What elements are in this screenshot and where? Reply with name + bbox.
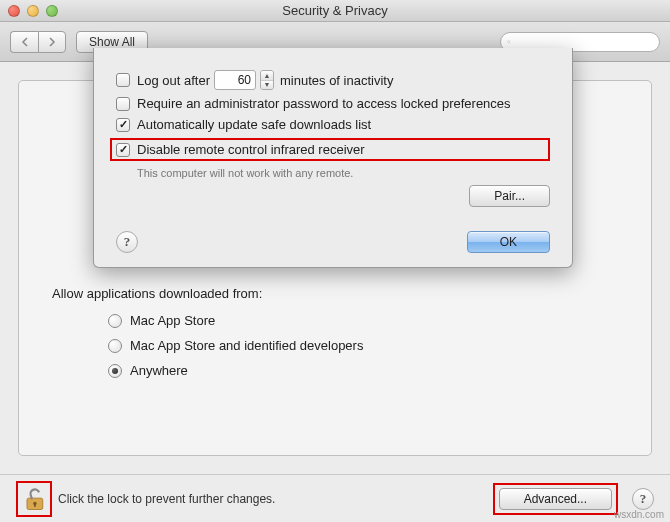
svg-point-0 bbox=[508, 40, 510, 42]
search-icon bbox=[507, 36, 511, 48]
help-button[interactable]: ? bbox=[116, 231, 138, 253]
forward-button[interactable] bbox=[38, 31, 66, 53]
back-button[interactable] bbox=[10, 31, 38, 53]
window-title: Security & Privacy bbox=[0, 3, 670, 18]
sheet-bottom: ? OK bbox=[116, 231, 550, 253]
logout-checkbox[interactable] bbox=[116, 73, 130, 87]
logout-label-suffix: minutes of inactivity bbox=[280, 73, 393, 88]
search-input[interactable] bbox=[515, 36, 653, 48]
advanced-sheet: Log out after 60 ▲▼ minutes of inactivit… bbox=[93, 48, 573, 268]
window-controls bbox=[8, 5, 58, 17]
radio-label: Mac App Store bbox=[130, 313, 215, 328]
advanced-highlight: Advanced... bbox=[493, 483, 618, 515]
pair-row: Pair... bbox=[116, 185, 550, 207]
close-window-button[interactable] bbox=[8, 5, 20, 17]
radio-label: Anywhere bbox=[130, 363, 188, 378]
auto-update-checkbox[interactable] bbox=[116, 118, 130, 132]
unlock-icon[interactable] bbox=[20, 485, 48, 513]
logout-row: Log out after 60 ▲▼ minutes of inactivit… bbox=[116, 70, 550, 90]
radio-mac-app-store[interactable]: Mac App Store bbox=[108, 313, 618, 328]
footer: Click the lock to prevent further change… bbox=[0, 474, 670, 522]
radio-anywhere[interactable]: Anywhere bbox=[108, 363, 618, 378]
disable-ir-row: Disable remote control infrared receiver bbox=[110, 138, 550, 161]
radio-button[interactable] bbox=[108, 364, 122, 378]
allow-apps-section: Allow applications downloaded from: Mac … bbox=[52, 286, 618, 388]
logout-minutes-field[interactable]: 60 bbox=[214, 70, 256, 90]
titlebar: Security & Privacy bbox=[0, 0, 670, 22]
stepper-down-icon: ▼ bbox=[261, 81, 273, 90]
logout-minutes-stepper[interactable]: ▲▼ bbox=[260, 70, 274, 90]
chevron-right-icon bbox=[48, 37, 56, 47]
chevron-left-icon bbox=[21, 37, 29, 47]
ir-hint-text: This computer will not work with any rem… bbox=[137, 167, 550, 179]
svg-rect-3 bbox=[34, 504, 36, 507]
ok-button[interactable]: OK bbox=[467, 231, 550, 253]
lock-text: Click the lock to prevent further change… bbox=[58, 492, 275, 506]
stepper-up-icon: ▲ bbox=[261, 71, 273, 81]
disable-ir-label: Disable remote control infrared receiver bbox=[137, 142, 365, 157]
zoom-window-button[interactable] bbox=[46, 5, 58, 17]
allow-apps-title: Allow applications downloaded from: bbox=[52, 286, 618, 301]
lock-highlight bbox=[16, 481, 52, 517]
radio-button[interactable] bbox=[108, 314, 122, 328]
minimize-window-button[interactable] bbox=[27, 5, 39, 17]
require-admin-row: Require an administrator password to acc… bbox=[116, 96, 550, 111]
auto-update-label: Automatically update safe downloads list bbox=[137, 117, 371, 132]
advanced-button[interactable]: Advanced... bbox=[499, 488, 612, 510]
auto-update-row: Automatically update safe downloads list bbox=[116, 117, 550, 132]
disable-ir-checkbox[interactable] bbox=[116, 143, 130, 157]
radio-label: Mac App Store and identified developers bbox=[130, 338, 363, 353]
watermark: wsxdn.com bbox=[614, 509, 664, 520]
radio-button[interactable] bbox=[108, 339, 122, 353]
pair-button[interactable]: Pair... bbox=[469, 185, 550, 207]
svg-line-1 bbox=[510, 42, 511, 43]
logout-label-prefix: Log out after bbox=[137, 73, 210, 88]
help-button[interactable]: ? bbox=[632, 488, 654, 510]
require-admin-checkbox[interactable] bbox=[116, 97, 130, 111]
radio-identified-developers[interactable]: Mac App Store and identified developers bbox=[108, 338, 618, 353]
require-admin-label: Require an administrator password to acc… bbox=[137, 96, 511, 111]
nav-buttons bbox=[10, 31, 66, 53]
